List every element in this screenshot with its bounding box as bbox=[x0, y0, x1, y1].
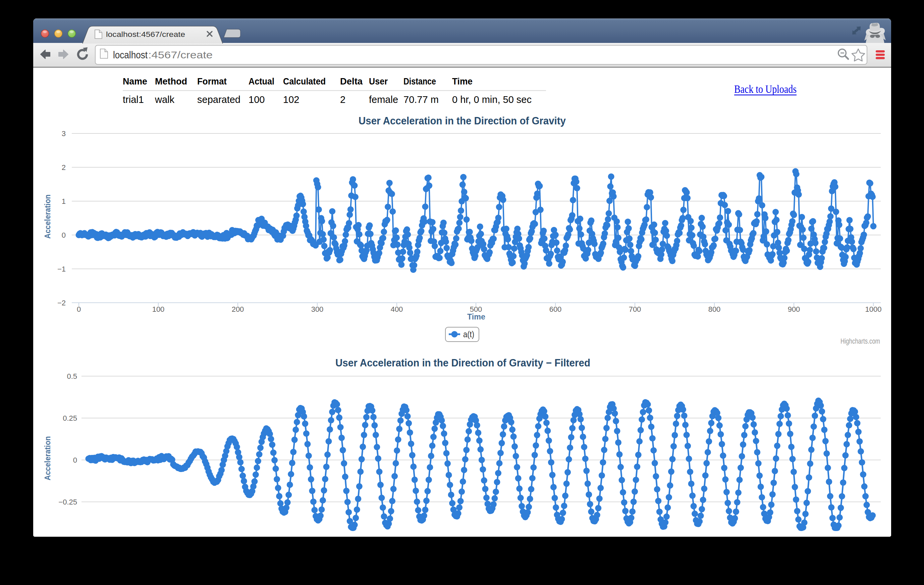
svg-text:localhost: localhost bbox=[113, 49, 148, 60]
svg-text:Acceleration: Acceleration bbox=[43, 194, 52, 239]
svg-text:User Acceleration in the Direc: User Acceleration in the Direction of Gr… bbox=[335, 357, 590, 369]
svg-text:a(t): a(t) bbox=[463, 329, 474, 339]
svg-text:User: User bbox=[369, 76, 388, 86]
svg-text:Format: Format bbox=[197, 76, 227, 86]
svg-text:Time: Time bbox=[467, 312, 485, 321]
svg-text:0: 0 bbox=[73, 456, 77, 464]
svg-text:0: 0 bbox=[62, 231, 66, 239]
svg-text:Delta: Delta bbox=[340, 76, 363, 86]
svg-text:0 hr, 0 min, 50 sec: 0 hr, 0 min, 50 sec bbox=[452, 94, 531, 105]
svg-text:3: 3 bbox=[62, 129, 66, 138]
svg-text:Actual: Actual bbox=[249, 76, 274, 86]
svg-text:102: 102 bbox=[283, 94, 299, 105]
svg-text:walk: walk bbox=[155, 94, 175, 105]
svg-text:Distance: Distance bbox=[403, 76, 436, 86]
svg-text:Calculated: Calculated bbox=[283, 76, 326, 86]
svg-text::4567/create: :4567/create bbox=[148, 49, 213, 60]
svg-text:1: 1 bbox=[62, 197, 66, 206]
svg-text:Time: Time bbox=[452, 76, 473, 86]
svg-text:User Acceleration in the Direc: User Acceleration in the Direction of Gr… bbox=[358, 115, 566, 127]
svg-text:200: 200 bbox=[232, 305, 244, 313]
svg-text:0.25: 0.25 bbox=[63, 414, 77, 422]
svg-text:separated: separated bbox=[197, 94, 241, 105]
svg-text:400: 400 bbox=[391, 305, 403, 313]
svg-text:700: 700 bbox=[629, 305, 641, 313]
svg-text:−1: −1 bbox=[57, 265, 66, 273]
svg-text:600: 600 bbox=[549, 305, 562, 313]
svg-text:Method: Method bbox=[155, 76, 187, 86]
svg-text:Acceleration: Acceleration bbox=[43, 436, 52, 480]
svg-text:100: 100 bbox=[249, 94, 265, 105]
svg-text:2: 2 bbox=[62, 163, 66, 171]
svg-text:300: 300 bbox=[311, 305, 323, 313]
svg-text:0: 0 bbox=[77, 305, 81, 313]
svg-text:70.77 m: 70.77 m bbox=[403, 94, 439, 105]
svg-text:Name: Name bbox=[123, 76, 147, 86]
svg-text:female: female bbox=[369, 94, 398, 105]
svg-text:1000: 1000 bbox=[865, 305, 882, 313]
svg-text:800: 800 bbox=[708, 305, 721, 313]
svg-text:2: 2 bbox=[340, 94, 345, 105]
svg-text:0.5: 0.5 bbox=[67, 372, 77, 381]
svg-text:−0.25: −0.25 bbox=[58, 498, 77, 506]
svg-text:Highcharts.com: Highcharts.com bbox=[840, 337, 880, 345]
svg-text:100: 100 bbox=[152, 305, 165, 313]
svg-text:trial1: trial1 bbox=[123, 94, 144, 105]
svg-text:localhost:4567/create: localhost:4567/create bbox=[106, 30, 185, 39]
svg-text:−2: −2 bbox=[57, 299, 66, 307]
svg-text:Back to Uploads: Back to Uploads bbox=[734, 83, 797, 95]
svg-text:900: 900 bbox=[788, 305, 800, 313]
